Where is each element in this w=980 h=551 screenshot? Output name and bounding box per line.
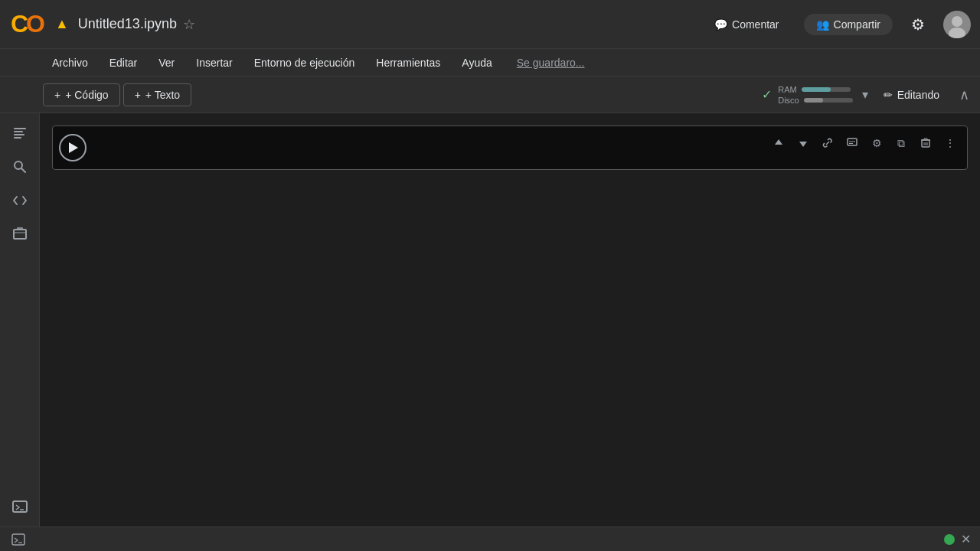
- comment-label: Comentar: [732, 18, 779, 31]
- pencil-icon: ✏: [884, 89, 893, 101]
- file-name[interactable]: Untitled13.ipynb: [78, 16, 177, 32]
- add-text-button[interactable]: + + Texto: [123, 83, 191, 106]
- star-icon[interactable]: ☆: [183, 16, 195, 33]
- play-icon: [69, 142, 78, 153]
- svg-rect-7: [14, 134, 24, 135]
- close-bottom-button[interactable]: ✕: [961, 532, 971, 546]
- bottom-right: ✕: [944, 532, 971, 546]
- comment-icon: 💬: [714, 18, 727, 31]
- add-text-icon: +: [135, 89, 141, 101]
- drive-icon: ▲: [55, 16, 69, 32]
- sidebar-code-icon[interactable]: [6, 187, 34, 214]
- cell-copy-button[interactable]: ⧉: [890, 132, 912, 154]
- cell-link-button[interactable]: [817, 132, 838, 154]
- code-cell: ⚙ ⧉ ⋮: [52, 126, 968, 170]
- share-button[interactable]: 👥 Compartir: [804, 14, 893, 35]
- svg-rect-6: [14, 131, 23, 132]
- svg-rect-12: [13, 501, 27, 512]
- menu-insertar[interactable]: Insertar: [187, 54, 241, 72]
- svg-rect-5: [14, 128, 26, 129]
- bottom-left: [9, 530, 28, 549]
- status-indicator: [944, 534, 955, 545]
- top-right-actions: 💬 Comentar 👥 Compartir ⚙: [702, 9, 971, 40]
- share-label: Compartir: [834, 18, 880, 31]
- toolbar-right: ✓ RAM Disco ▾ ✏ Editando ∧: [762, 82, 974, 108]
- cell-settings-button[interactable]: ⚙: [866, 132, 887, 154]
- editing-label: Editando: [897, 89, 939, 101]
- sidebar-toc-icon[interactable]: [6, 119, 34, 147]
- avatar[interactable]: [943, 11, 971, 38]
- menu-bar: Archivo Editar Ver Insertar Entorno de e…: [0, 49, 980, 77]
- co-logo[interactable]: C O: [9, 6, 46, 43]
- add-code-label: + Código: [65, 89, 108, 101]
- disk-bar: [804, 98, 853, 103]
- sidebar-search-icon[interactable]: [6, 153, 34, 181]
- svg-text:O: O: [26, 10, 45, 37]
- resource-monitor: RAM Disco: [778, 85, 853, 105]
- ram-row: RAM: [778, 85, 853, 94]
- main-area: ⚙ ⧉ ⋮: [0, 113, 980, 527]
- cell-toolbar: ⚙ ⧉ ⋮: [768, 132, 961, 154]
- terminal-bottom-icon[interactable]: [9, 530, 28, 549]
- file-info: ▲ Untitled13.ipynb ☆: [55, 16, 702, 33]
- add-code-button[interactable]: + + Código: [43, 83, 120, 106]
- resource-dropdown-icon[interactable]: ▾: [862, 87, 868, 102]
- comment-button[interactable]: 💬 Comentar: [702, 12, 791, 37]
- svg-line-10: [21, 168, 25, 172]
- toolbar: + + Código + + Texto ✓ RAM Disco ▾ ✏: [0, 77, 980, 113]
- svg-rect-11: [14, 230, 26, 239]
- collapse-button[interactable]: ∧: [955, 82, 974, 108]
- menu-herramientas[interactable]: Herramientas: [367, 54, 449, 72]
- menu-entorno[interactable]: Entorno de ejecución: [245, 54, 364, 72]
- disk-row: Disco: [778, 96, 853, 105]
- ram-fill: [802, 87, 831, 92]
- ram-label: RAM: [778, 85, 796, 94]
- checkmark-icon: ✓: [762, 87, 772, 102]
- cell-comment-button[interactable]: [841, 132, 863, 154]
- menu-ver[interactable]: Ver: [149, 54, 184, 72]
- cell-more-button[interactable]: ⋮: [939, 132, 961, 154]
- editing-button[interactable]: ✏ Editando: [874, 84, 949, 106]
- bottom-bar: ✕: [0, 527, 980, 551]
- add-text-label: + Texto: [145, 89, 180, 101]
- disk-fill: [804, 98, 824, 103]
- add-code-icon: +: [54, 89, 60, 101]
- svg-rect-8: [14, 137, 21, 139]
- settings-button[interactable]: ⚙: [905, 9, 931, 40]
- share-icon: 👥: [816, 18, 829, 31]
- menu-editar[interactable]: Editar: [100, 54, 147, 72]
- save-status[interactable]: Se guardaro...: [517, 57, 585, 69]
- sidebar-files-icon[interactable]: [6, 220, 34, 248]
- sidebar-terminal-icon[interactable]: [6, 493, 34, 520]
- cell-delete-button[interactable]: [915, 132, 936, 154]
- cell-move-down-button[interactable]: [792, 132, 814, 154]
- notebook-area[interactable]: ⚙ ⧉ ⋮: [40, 113, 980, 527]
- svg-point-3: [952, 16, 962, 27]
- ram-bar: [802, 87, 851, 92]
- svg-rect-22: [12, 534, 24, 545]
- cell-move-up-button[interactable]: [768, 132, 789, 154]
- menu-archivo[interactable]: Archivo: [43, 54, 97, 72]
- left-sidebar: [0, 113, 40, 527]
- cell-run-button[interactable]: [59, 134, 87, 161]
- top-bar: C O ▲ Untitled13.ipynb ☆ 💬 Comentar 👥 Co…: [0, 0, 980, 49]
- disk-label: Disco: [778, 96, 799, 105]
- menu-ayuda[interactable]: Ayuda: [452, 54, 501, 72]
